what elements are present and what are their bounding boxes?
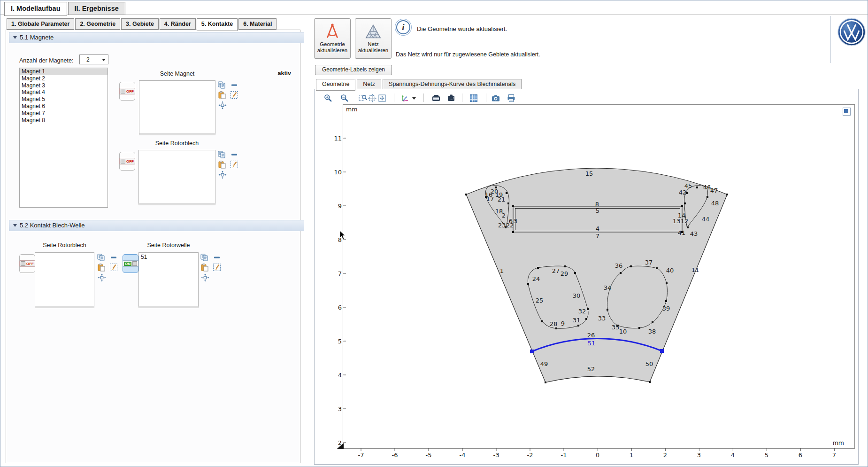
sub-tab[interactable]: 5. Kontakte [197,18,238,31]
vertex-dot [587,308,589,310]
zoom-to-selection-icon[interactable] [201,273,209,282]
toggle-knob-icon [21,261,25,266]
update-geometry-button[interactable]: Geometrie aktualisieren [314,18,351,59]
geometry-label: 33 [598,315,606,322]
magnet-list-item[interactable]: Magnet 2 [20,75,108,82]
plot-settings-icon[interactable] [843,108,851,116]
sub-tab[interactable]: 2. Geometrie [75,18,120,30]
seite-rotorblech-toggle[interactable]: OFF [119,152,135,171]
vertex-dot [465,194,467,195]
geometry-label: 31 [573,317,581,324]
seite-magnet-title: Seite Magnet [139,70,215,77]
show-geometry-labels-button[interactable]: Geometrie-Labels zeigen [315,65,392,75]
section-header-kontakt[interactable]: 5.2 Kontakt Blech-Welle [9,220,304,231]
collapse-triangle-icon [13,36,17,39]
seite-rotorblech-selection-list[interactable] [138,150,215,205]
view-tab[interactable]: Spannungs-Dehnungs-Kurve des Blechmateri… [383,79,522,89]
anzahl-magnete-dropdown[interactable]: 2 [79,54,108,64]
zoom-to-selection-icon[interactable] [218,101,227,109]
view-tab[interactable]: Geometrie [316,79,355,91]
magnet-list-item[interactable]: Magnet 3 [20,82,108,89]
paste-selection-icon[interactable] [218,160,226,169]
magnet-list-item[interactable]: Magnet 8 [20,117,108,124]
kontakt-rotorblech-selection-list[interactable] [35,252,94,308]
axis-unit-top: mm [346,106,357,113]
vertex-dot [555,327,557,329]
copy-selection-icon[interactable] [97,253,105,262]
vertex-dot [707,196,708,198]
fit-view-icon[interactable] [378,94,386,102]
chevron-down-icon[interactable] [412,97,416,100]
geometry-canvas[interactable] [343,105,854,448]
kontakt-rotorwelle-toggle[interactable]: ON [123,254,138,273]
x-tick: 3 [697,448,701,459]
aktiv-label: aktiv [262,70,291,77]
sub-tab[interactable]: 6. Material [238,18,277,30]
selected-boundary-value[interactable]: 51 [139,253,198,261]
snapshot-icon[interactable] [492,94,500,102]
geometry-label: 17 [486,195,494,202]
remove-selection-icon[interactable] [213,253,221,262]
geometry-label: 4 [596,225,599,232]
main-tab[interactable]: II. Ergebnisse [68,2,125,15]
geometry-label: 38 [648,328,656,335]
copy-selection-icon[interactable] [217,150,226,159]
update-mesh-button[interactable]: Netz aktualisieren [355,18,392,59]
sub-tab[interactable]: 3. Gebiete [121,18,159,30]
vertex-dot [656,267,658,269]
magnet-list[interactable]: Magnet 1Magnet 2Magnet 3Magnet 4Magnet 5… [19,68,108,208]
remove-selection-icon[interactable] [230,81,238,89]
copy-selection-icon[interactable] [200,253,208,262]
selection-tools [200,253,222,282]
geometry-label: 22 [506,222,514,229]
vertex-dot [577,325,579,327]
paste-selection-icon[interactable] [200,263,209,272]
x-tick: -4 [460,448,466,459]
zoom-box-icon[interactable] [359,94,367,102]
geometry-plot[interactable]: 1516201917211826323228547454647424844431… [343,104,855,449]
y-tick: 6 [324,304,346,311]
clear-selection-icon[interactable] [109,263,118,272]
main-tab[interactable]: I. Modellaufbau [4,2,67,16]
view-tab[interactable]: Netz [357,79,381,89]
magnet-list-item[interactable]: Magnet 4 [20,89,108,96]
axis-corner-marker [337,443,344,450]
magnet-list-item[interactable]: Magnet 7 [20,110,108,117]
magnet-list-item[interactable]: Magnet 1 [20,68,108,75]
zoom-extents-icon[interactable] [368,94,376,102]
clear-selection-icon[interactable] [230,91,238,99]
kontakt-rotorwelle-selection-list[interactable]: 51 [138,252,199,308]
application-window: I. ModellaufbauII. Ergebnisse 1. Globale… [0,0,868,467]
export-image-icon[interactable] [432,94,440,102]
kontakt-rotorblech-toggle[interactable]: OFF [19,254,35,273]
geometry-label: 44 [702,216,710,223]
info-icon: i [396,20,410,34]
print-icon[interactable] [507,94,515,102]
section-header-magnete[interactable]: 5.1 Magnete [9,32,304,43]
grid-icon[interactable] [469,94,478,102]
remove-selection-icon[interactable] [230,150,238,159]
sub-tab[interactable]: 4. Ränder [160,18,196,30]
clear-selection-icon[interactable] [230,160,238,169]
magnet-list-item[interactable]: Magnet 6 [20,103,108,110]
zoom-in-icon[interactable] [324,94,332,102]
zoom-to-selection-icon[interactable] [218,171,227,179]
clear-selection-icon[interactable] [213,263,221,272]
zoom-to-selection-icon[interactable] [98,273,106,282]
sub-tab[interactable]: 1. Globale Parameter [7,18,74,30]
export-image-alt-icon[interactable] [447,94,455,102]
view-orientation-icon[interactable] [401,94,409,102]
selection-endpoint-dot [660,349,664,353]
zoom-out-icon[interactable] [340,94,349,102]
copy-selection-icon[interactable] [217,81,226,89]
paste-selection-icon[interactable] [97,263,106,272]
magnet-list-item[interactable]: Magnet 5 [20,96,108,103]
y-tick: 7 [324,270,346,277]
vertex-dot [574,272,576,274]
geometry-label: 3 [514,218,517,225]
x-tick: -7 [358,448,364,459]
seite-magnet-selection-list[interactable] [139,80,215,135]
remove-selection-icon[interactable] [109,253,118,262]
seite-magnet-toggle[interactable]: OFF [119,82,135,101]
paste-selection-icon[interactable] [218,91,226,99]
